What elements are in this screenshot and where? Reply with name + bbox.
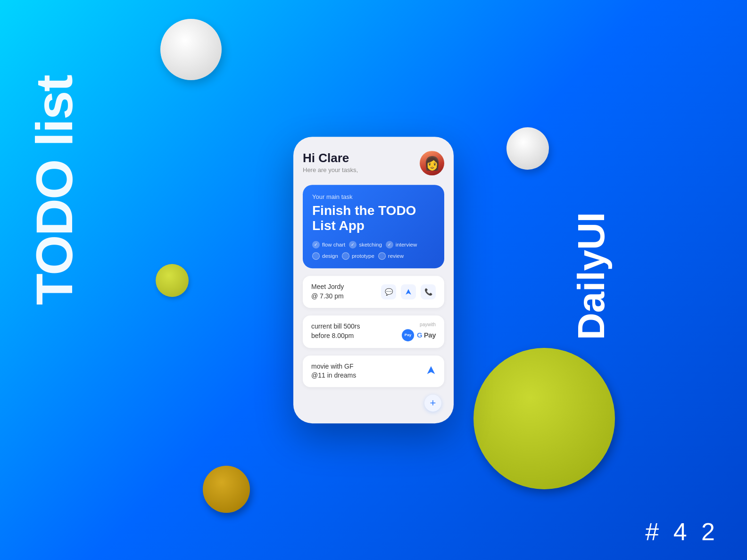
tag-empty-icon bbox=[342, 253, 349, 260]
main-task-label: Your main task bbox=[312, 193, 435, 200]
navigate-movie-button[interactable] bbox=[426, 365, 436, 377]
tag-label: sketching bbox=[359, 242, 382, 248]
tag-interview: ✓ interview bbox=[386, 241, 417, 249]
greeting-subtitle: Here are your tasks, bbox=[303, 166, 358, 173]
message-action-button[interactable]: 💬 bbox=[381, 284, 396, 299]
tag-check-icon: ✓ bbox=[312, 241, 320, 249]
greeting-block: Hi Clare Here are your tasks, bbox=[303, 151, 358, 173]
add-task-area: + bbox=[303, 395, 444, 412]
gpay-badge-icon[interactable]: Pay bbox=[402, 329, 414, 341]
navigate-action-button[interactable] bbox=[401, 284, 416, 299]
tag-label: interview bbox=[396, 242, 417, 248]
avatar-image: 👩 bbox=[420, 151, 444, 175]
tag-check-icon: ✓ bbox=[349, 241, 357, 249]
tag-empty-icon bbox=[312, 253, 320, 260]
pay-icons: Pay G Pay bbox=[402, 329, 436, 341]
task-current-bill-text: current bill 500rs before 8.00pm bbox=[311, 322, 360, 341]
task-movie-gf: movie with GF @11 in dreams bbox=[303, 355, 444, 387]
tag-empty-icon bbox=[378, 253, 386, 260]
tag-label: design bbox=[322, 254, 338, 259]
task-meet-jordy-text: Meet Jordy @ 7.30 pm bbox=[311, 283, 344, 301]
decorative-blob-yellow-small bbox=[156, 264, 189, 297]
task-movie-gf-text: movie with GF @11 in dreams bbox=[311, 362, 356, 380]
g-letter: G bbox=[417, 331, 422, 339]
task-line2: @ 7.30 pm bbox=[311, 292, 344, 301]
pay-text: Pay bbox=[422, 331, 436, 339]
dailyui-vertical-label: DailyUI bbox=[573, 212, 610, 340]
task-line1: current bill 500rs bbox=[311, 322, 360, 332]
tag-prototype: prototype bbox=[342, 253, 374, 260]
tag-sketching: ✓ sketching bbox=[349, 241, 382, 249]
phone-header: Hi Clare Here are your tasks, 👩 bbox=[303, 151, 444, 175]
task-line1: movie with GF bbox=[311, 362, 356, 371]
decorative-blob-white-top bbox=[160, 19, 222, 80]
tag-flow-chart: ✓ flow chart bbox=[312, 241, 345, 249]
task-line1: Meet Jordy bbox=[311, 283, 344, 292]
main-task-title: Finish the TODO List App bbox=[312, 203, 435, 233]
avatar[interactable]: 👩 bbox=[420, 151, 444, 175]
decorative-blob-white-right bbox=[506, 127, 549, 170]
main-task-card: Your main task Finish the TODO List App … bbox=[303, 185, 444, 268]
google-pay-button[interactable]: G Pay bbox=[417, 331, 436, 339]
payment-area: paywith Pay G Pay bbox=[402, 322, 436, 341]
tag-design: design bbox=[312, 253, 338, 260]
task-tags: ✓ flow chart ✓ sketching ✓ interview des… bbox=[312, 241, 435, 260]
call-action-button[interactable]: 📞 bbox=[421, 284, 436, 299]
add-task-button[interactable]: + bbox=[424, 395, 441, 412]
phone-card: Hi Clare Here are your tasks, 👩 Your mai… bbox=[293, 137, 454, 423]
decorative-blob-yellow-large bbox=[473, 348, 615, 489]
pay-with-label: paywith bbox=[420, 322, 436, 327]
tag-label: review bbox=[388, 254, 404, 259]
task-actions: 💬 📞 bbox=[381, 284, 436, 299]
pay-badge-text: Pay bbox=[405, 333, 411, 337]
decorative-blob-gold bbox=[203, 466, 250, 513]
task-line2: @11 in dreams bbox=[311, 371, 356, 380]
tag-label: prototype bbox=[352, 254, 374, 259]
task-meet-jordy: Meet Jordy @ 7.30 pm 💬 📞 bbox=[303, 276, 444, 308]
greeting-name: Hi Clare bbox=[303, 151, 358, 165]
task-current-bill: current bill 500rs before 8.00pm paywith… bbox=[303, 315, 444, 348]
tag-label: flow chart bbox=[322, 242, 345, 248]
challenge-number: # 4 2 bbox=[645, 518, 719, 546]
tag-check-icon: ✓ bbox=[386, 241, 393, 249]
tag-review: review bbox=[378, 253, 404, 260]
todo-vertical-label: TODO list bbox=[28, 75, 80, 305]
task-line2: before 8.00pm bbox=[311, 331, 360, 341]
